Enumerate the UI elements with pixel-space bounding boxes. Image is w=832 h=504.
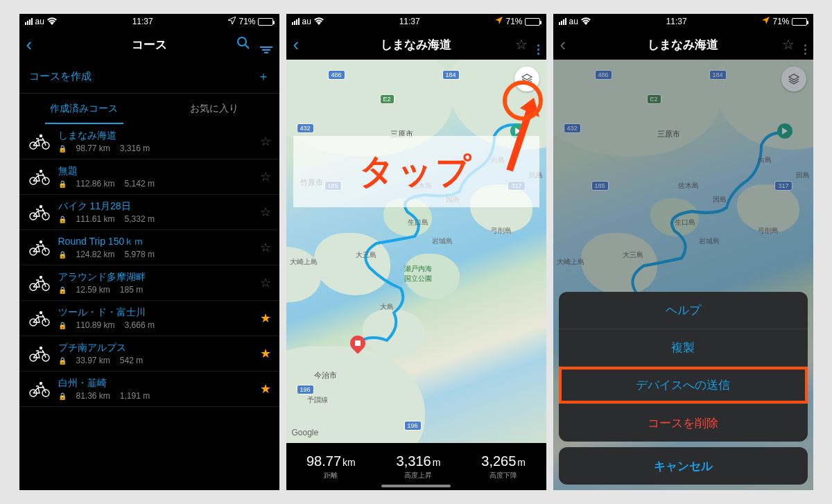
svg-point-22: [39, 347, 42, 349]
course-elevation: 1,191 m: [120, 391, 150, 401]
favorite-star[interactable]: ★: [260, 346, 271, 361]
favorite-star[interactable]: ☆: [260, 169, 271, 184]
screen-courses-list: au 11:37 71% ‹ コース コースを作成: [19, 14, 279, 490]
lock-icon: 🔒: [58, 286, 67, 294]
map-label: 向島: [758, 155, 772, 165]
map-label: 田島: [796, 171, 810, 180]
stat-label: 距離: [306, 471, 356, 480]
map-label: 生口島: [675, 218, 695, 227]
course-item[interactable]: プチ南アルプス🔒33.97 km542 m★: [19, 336, 279, 372]
stat-unit: m: [517, 457, 526, 468]
location-icon: [228, 17, 236, 26]
route-shield: 184: [709, 70, 727, 80]
wifi-icon: [581, 17, 591, 27]
favorite-icon[interactable]: ☆: [782, 36, 795, 53]
course-item[interactable]: ツール・ド・富士川🔒110.89 km3,666 m★: [19, 301, 279, 336]
svg-line-1: [245, 45, 249, 49]
map-label: 弓削島: [758, 226, 779, 236]
cycling-icon: [28, 271, 51, 295]
favorite-star[interactable]: ☆: [260, 205, 271, 220]
cycling-icon: [28, 236, 51, 259]
favorite-icon[interactable]: ☆: [515, 36, 528, 53]
status-bar: au 11:37 71%: [19, 14, 279, 29]
sheet-duplicate[interactable]: 複製: [559, 329, 808, 367]
back-icon[interactable]: ‹: [293, 34, 300, 55]
sheet-cancel[interactable]: キャンセル: [559, 447, 808, 485]
route-shield: 196: [404, 421, 422, 431]
page-title: しまなみ海道: [381, 37, 451, 53]
action-sheet: ヘルプ 複製 デバイスへの送信 コースを削除 キャンセル: [553, 286, 813, 490]
map-layers-button[interactable]: [781, 67, 806, 92]
course-name: Round Trip 150ｋｍ: [58, 236, 253, 248]
lock-icon: 🔒: [58, 145, 67, 153]
sheet-send-to-device[interactable]: デバイスへの送信: [559, 367, 808, 404]
stat-label: 高度下降: [481, 471, 526, 480]
course-item[interactable]: しまなみ海道🔒98.77 km3,316 m☆: [19, 124, 279, 159]
course-name: 無題: [58, 165, 253, 177]
sheet-label: 複製: [671, 340, 695, 356]
map-label: 岩城島: [432, 236, 453, 246]
status-bar: au 11:37 71%: [286, 14, 546, 29]
route-shield: 184: [442, 70, 460, 80]
lock-icon: 🔒: [58, 216, 67, 223]
back-icon[interactable]: ‹: [26, 34, 33, 55]
stat-distance: 98.77km 距離: [306, 453, 356, 480]
clock: 11:37: [399, 17, 420, 26]
tab-created[interactable]: 作成済みコース: [19, 94, 150, 124]
more-icon[interactable]: [804, 34, 806, 55]
nav-bar: ‹ しまなみ海道 ☆: [286, 29, 546, 60]
sheet-delete[interactable]: コースを削除: [559, 404, 808, 442]
page-title: コース: [132, 37, 167, 53]
nav-bar: ‹ しまなみ海道 ☆: [553, 29, 813, 60]
map[interactable]: 486 184 E2 432 185 317 196 196 三原市 向島 竹原…: [286, 60, 546, 443]
map-label: 三原市: [657, 129, 680, 139]
course-elevation: 5,142 m: [125, 179, 155, 189]
favorite-star[interactable]: ★: [260, 381, 271, 397]
course-elevation: 542 m: [120, 356, 143, 365]
course-distance: 111.61 km: [76, 214, 115, 224]
favorite-star[interactable]: ★: [260, 311, 271, 326]
course-name: しまなみ海道: [58, 130, 253, 142]
course-item[interactable]: 白州・韮崎🔒81.36 km1,191 m★: [19, 372, 279, 407]
route-shield: 486: [328, 70, 345, 80]
location-icon: [762, 17, 770, 26]
home-indicator[interactable]: [381, 485, 451, 487]
stat-value: 3,316: [397, 453, 431, 469]
course-item[interactable]: アラウンド多摩湖畔🔒12.59 km185 m☆: [19, 266, 279, 301]
filter-icon[interactable]: [260, 35, 272, 53]
search-icon[interactable]: [236, 36, 250, 53]
cycling-icon: [28, 306, 51, 330]
sheet-label: コースを削除: [648, 415, 718, 431]
route-shield: E2: [380, 94, 395, 104]
tab-favorites[interactable]: お気に入り: [149, 94, 279, 124]
course-distance: 33.97 km: [76, 356, 110, 365]
carrier-label: au: [569, 17, 578, 26]
course-list[interactable]: しまなみ海道🔒98.77 km3,316 m☆無題🔒112.86 km5,142…: [19, 124, 279, 490]
course-item[interactable]: Round Trip 150ｋｍ🔒124.82 km5,978 m☆: [19, 230, 279, 266]
create-course-button[interactable]: コースを作成 ＋: [19, 60, 279, 94]
screen-action-sheet: au 11:37 71% ‹ しまなみ海道 ☆: [553, 14, 813, 490]
start-marker: [777, 123, 792, 139]
course-name: 白州・韮崎: [58, 377, 253, 390]
course-name: アラウンド多摩湖畔: [58, 271, 253, 284]
page-title: しまなみ海道: [648, 37, 718, 53]
back-icon[interactable]: ‹: [560, 34, 566, 55]
more-icon[interactable]: [537, 34, 539, 55]
carrier-label: au: [35, 17, 44, 26]
tabs: 作成済みコース お気に入り: [19, 94, 279, 124]
favorite-star[interactable]: ☆: [260, 240, 271, 255]
map-label: 因島: [713, 195, 727, 205]
favorite-star[interactable]: ☆: [260, 134, 271, 149]
stat-value: 3,265: [481, 453, 516, 469]
course-elevation: 5,332 m: [125, 214, 155, 224]
course-item[interactable]: 無題🔒112.86 km5,142 m☆: [19, 159, 279, 195]
map-label: 岩城島: [699, 236, 720, 246]
battery-percent: 71%: [239, 17, 255, 26]
svg-point-13: [39, 241, 42, 243]
battery-percent: 71%: [505, 17, 522, 26]
course-item[interactable]: バイク 11月28日🔒111.61 km5,332 m☆: [19, 195, 279, 230]
favorite-star[interactable]: ☆: [260, 275, 271, 290]
stat-label: 高度上昇: [397, 471, 441, 480]
svg-point-10: [39, 205, 42, 208]
sheet-help[interactable]: ヘルプ: [559, 292, 808, 329]
